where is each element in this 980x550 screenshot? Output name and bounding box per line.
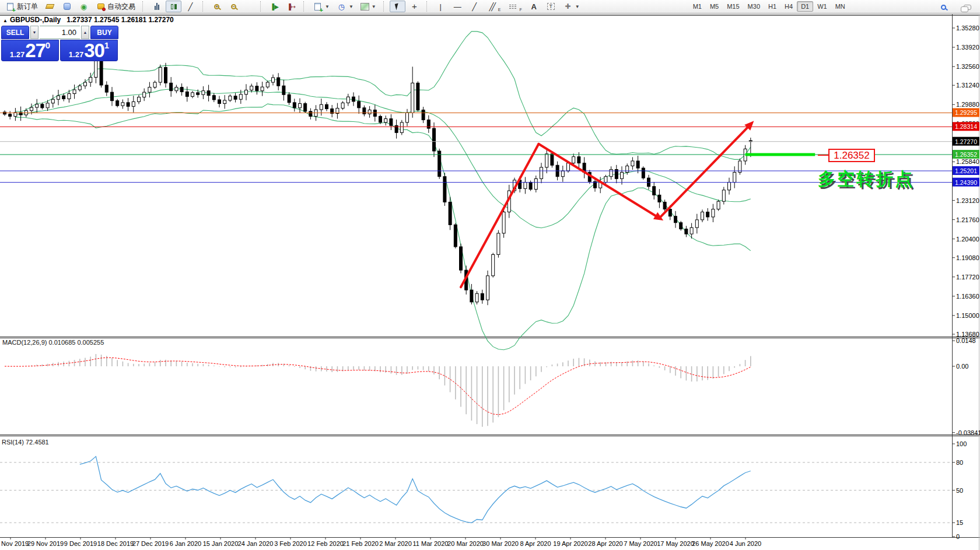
toolbar: + 新订单 ◉ 自动交易 ╱ + − ▐▶ ▐↦ +▼ [0, 0, 980, 13]
line-chart-icon: ╱ [186, 2, 195, 11]
line-chart-button[interactable]: ╱ [183, 1, 198, 12]
tile-windows-icon [246, 3, 253, 10]
svg-text:1.16360: 1.16360 [956, 293, 979, 300]
cursor-tool-button[interactable] [390, 1, 405, 12]
svg-text:1.21760: 1.21760 [956, 216, 979, 223]
profile-button[interactable] [59, 1, 75, 12]
time-axis[interactable]: 20 Nov 201929 Nov 20199 Dec 201918 Dec 2… [0, 537, 761, 547]
crosshair-icon: + [410, 2, 419, 11]
ask-sup: 1 [104, 41, 109, 50]
channel-icon: ╱╱ [487, 2, 496, 11]
autotrade-icon [96, 2, 106, 11]
crosshair-tool-button[interactable]: + [407, 1, 422, 12]
buy-button[interactable]: BUY [90, 26, 118, 39]
search-icon [939, 2, 949, 12]
turning-point-annotation[interactable]: 多空转折点 [818, 167, 914, 191]
chat-button[interactable] [960, 1, 975, 13]
trendline-tool-button[interactable]: ╱ [467, 1, 482, 12]
svg-text:11 Mar 2020: 11 Mar 2020 [413, 540, 449, 547]
toolbar-separator [426, 1, 430, 12]
timeframe-D1[interactable]: D1 [797, 1, 813, 12]
svg-text:9 Dec 2019: 9 Dec 2019 [64, 540, 97, 547]
timeframe-group: M1M5M15M30H1H4D1W1MN [689, 1, 849, 12]
svg-text:8 Apr 2020: 8 Apr 2020 [520, 540, 551, 547]
svg-text:27 Dec 2019: 27 Dec 2019 [132, 540, 169, 547]
svg-text:1.27270: 1.27270 [955, 138, 977, 145]
svg-text:1.31240: 1.31240 [956, 82, 979, 89]
zoom-out-button[interactable]: − [226, 1, 242, 12]
svg-text:29 Nov 2019: 29 Nov 2019 [27, 540, 64, 547]
bid-sup: 0 [46, 41, 50, 50]
signal-button[interactable]: ◉ [76, 1, 92, 12]
svg-text:0.00: 0.00 [956, 363, 968, 370]
timeframe-M1[interactable]: M1 [689, 1, 706, 12]
template-button[interactable]: ▼ [358, 1, 379, 12]
svg-text:1.19080: 1.19080 [956, 254, 979, 261]
support-level-label[interactable]: 1.26352 [828, 149, 875, 162]
zoom-in-icon: + [212, 2, 222, 11]
vertical-line-icon: | [436, 2, 446, 11]
label-tool-button[interactable]: T [543, 1, 559, 12]
svg-text:24 Jan 2020: 24 Jan 2020 [238, 540, 274, 547]
channel-tool-button[interactable]: ╱╱E [484, 1, 504, 12]
arrows-icon: ✚ [563, 2, 573, 11]
timeframe-M30[interactable]: M30 [744, 1, 764, 12]
macd-indicator-label: MACD(12,26,9) 0.010685 0.005255 [2, 339, 104, 346]
svg-text:1.15000: 1.15000 [956, 312, 979, 319]
sell-button[interactable]: SELL [1, 26, 29, 39]
svg-text:80: 80 [956, 459, 963, 466]
cursor-icon [393, 2, 402, 11]
buy-price-panel[interactable]: 1.27301 [60, 40, 118, 61]
support-level-bar[interactable] [746, 153, 816, 156]
svg-text:20 Nov 2019: 20 Nov 2019 [0, 540, 29, 547]
auto-scroll-button[interactable]: ▐▶ [267, 1, 282, 12]
gold-button[interactable] [42, 1, 58, 12]
svg-text:4 Jun 2020: 4 Jun 2020 [730, 540, 761, 547]
volume-input[interactable] [40, 26, 80, 39]
shapes-tool-button[interactable]: ✚▼ [560, 1, 583, 12]
chevron-down-icon: ▼ [325, 4, 330, 9]
svg-text:12 Feb 2020: 12 Feb 2020 [307, 540, 344, 547]
svg-text:28 Apr 2020: 28 Apr 2020 [588, 540, 622, 547]
svg-text:1.25840: 1.25840 [956, 158, 979, 165]
autotrade-button[interactable]: 自动交易 [93, 1, 138, 12]
candlestick-chart-button[interactable] [166, 1, 181, 12]
search-button[interactable] [936, 1, 951, 13]
timeframe-M5[interactable]: M5 [706, 1, 723, 12]
timeframe-MN[interactable]: MN [831, 1, 849, 12]
svg-text:1.26352: 1.26352 [955, 151, 977, 158]
zoom-in-button[interactable]: + [209, 1, 225, 12]
tile-windows-button[interactable] [243, 1, 256, 12]
fibonacci-tool-button[interactable]: F [505, 1, 524, 12]
volume-increase-button[interactable]: ▲ [81, 26, 89, 39]
periods-button[interactable]: ◷▼ [334, 1, 356, 12]
svg-text:20 Mar 2020: 20 Mar 2020 [447, 540, 484, 547]
text-tool-button[interactable]: A [526, 1, 542, 12]
timeframe-M15[interactable]: M15 [723, 1, 743, 12]
svg-text:3 Feb 2020: 3 Feb 2020 [274, 540, 307, 547]
new-order-button[interactable]: + 新订单 [2, 1, 41, 12]
bar-chart-icon [152, 3, 162, 10]
toolbar-right-icons [936, 1, 975, 13]
level-label-connector [818, 155, 828, 156]
timeframe-W1[interactable]: W1 [813, 1, 831, 12]
hline-tool-button[interactable]: — [450, 1, 466, 12]
vline-tool-button[interactable]: | [433, 1, 449, 12]
volume-decrease-button[interactable]: ▼ [30, 26, 38, 39]
timeframe-H1[interactable]: H1 [764, 1, 780, 12]
chart-shift-button[interactable]: ▐↦ [284, 1, 299, 12]
svg-text:100: 100 [956, 440, 967, 447]
text-icon: A [529, 2, 539, 11]
svg-text:15: 15 [956, 519, 963, 526]
sell-price-panel[interactable]: 1.27270 [1, 40, 59, 61]
ask-big: 30 [84, 43, 104, 59]
chart-canvas[interactable]: 1.352801.339201.325601.312401.298801.285… [0, 0, 980, 550]
new-chart-button[interactable]: +▼ [310, 1, 332, 12]
new-chart-icon: + [313, 2, 323, 11]
timeframe-H4[interactable]: H4 [780, 1, 797, 12]
symbol-period-label: GBPUSD-,Daily [10, 16, 61, 24]
bar-chart-button[interactable] [149, 1, 164, 12]
candlestick-chart-icon [169, 3, 178, 10]
svg-text:21 Feb 2020: 21 Feb 2020 [342, 540, 379, 547]
svg-text:17 May 2020: 17 May 2020 [657, 540, 694, 547]
